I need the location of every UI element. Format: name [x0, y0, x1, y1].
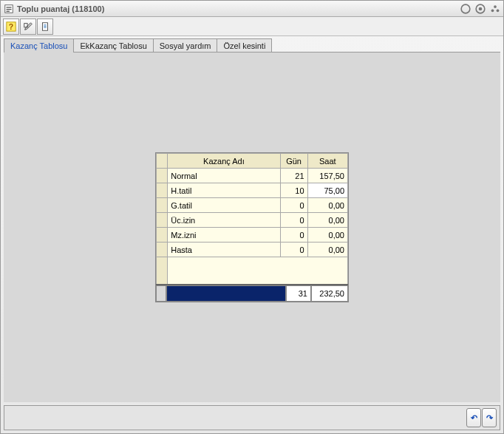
grid-row[interactable]: Hasta00,00: [157, 243, 348, 257]
app-window: Toplu puantaj (118100) ? Kazanç TablosuE…: [0, 0, 504, 434]
row-selector[interactable]: [157, 169, 168, 183]
col-saat-header[interactable]: Saat: [307, 154, 347, 169]
col-name-header[interactable]: Kazanç Adı: [168, 154, 280, 169]
grid-row[interactable]: Üc.izin00,00: [157, 213, 348, 228]
row-selector[interactable]: [157, 213, 168, 228]
totals-selector: [156, 285, 166, 302]
cell-name[interactable]: Mz.izni: [168, 228, 280, 243]
totals-saat: 232,50: [311, 285, 348, 302]
tab-bar: Kazanç TablosuEkKazanç TablosuSosyal yar…: [1, 38, 503, 52]
grid-row[interactable]: Normal21157,50: [157, 169, 348, 183]
svg-point-4: [461, 4, 470, 13]
row-selector[interactable]: [157, 243, 168, 257]
cell-saat[interactable]: 157,50: [307, 169, 347, 183]
cell-name[interactable]: G.tatil: [168, 198, 280, 213]
svg-point-8: [491, 9, 494, 12]
cell-name[interactable]: H.tatil: [168, 183, 280, 198]
cell-saat[interactable]: 0,00: [307, 213, 347, 228]
footer-bar: ↶ ↷: [4, 405, 500, 430]
totals-gun: 31: [286, 285, 311, 302]
grid-row[interactable]: Mz.izni00,00: [157, 228, 348, 243]
tab-content: Kazanç Adı Gün Saat Normal21157,50H.tati…: [4, 52, 500, 402]
tab-0[interactable]: Kazanç Tablosu: [4, 38, 74, 52]
app-icon: [4, 4, 14, 14]
minimize-button[interactable]: [460, 4, 471, 14]
svg-rect-15: [44, 26, 47, 27]
svg-rect-14: [44, 24, 47, 25]
cell-saat[interactable]: 75,00: [307, 183, 347, 198]
help-button[interactable]: ?: [3, 18, 19, 35]
tab-3[interactable]: Özel kesinti: [217, 38, 272, 52]
cell-gun[interactable]: 0: [280, 198, 307, 213]
totals-bar: [166, 285, 286, 302]
cell-name[interactable]: Üc.izin: [168, 213, 280, 228]
grid-row[interactable]: H.tatil1075,00: [157, 183, 348, 198]
row-selector[interactable]: [157, 228, 168, 243]
svg-point-9: [497, 9, 500, 12]
tab-1[interactable]: EkKazanç Tablosu: [73, 38, 153, 52]
cell-name[interactable]: Normal: [168, 169, 280, 183]
cell-saat[interactable]: 0,00: [307, 243, 347, 257]
row-selector[interactable]: [157, 183, 168, 198]
row-selector[interactable]: [157, 198, 168, 213]
svg-rect-2: [7, 9, 12, 10]
maximize-button[interactable]: [475, 4, 486, 14]
earnings-grid: Kazanç Adı Gün Saat Normal21157,50H.tati…: [155, 152, 349, 302]
prev-button[interactable]: ↶: [466, 408, 481, 427]
cell-saat[interactable]: 0,00: [307, 228, 347, 243]
svg-point-6: [479, 7, 483, 10]
totals-row: 31 232,50: [156, 284, 348, 302]
cell-name[interactable]: Hasta: [168, 243, 280, 257]
titlebar: Toplu puantaj (118100): [1, 1, 503, 17]
row-selector-header: [157, 154, 168, 169]
report-button[interactable]: [37, 18, 53, 35]
window-title: Toplu puantaj (118100): [17, 4, 460, 13]
svg-text:?: ?: [9, 21, 13, 30]
col-gun-header[interactable]: Gün: [280, 154, 307, 169]
cell-gun[interactable]: 10: [280, 183, 307, 198]
cell-gun[interactable]: 21: [280, 169, 307, 183]
svg-rect-3: [7, 10, 10, 11]
cell-gun[interactable]: 0: [280, 243, 307, 257]
close-button[interactable]: [490, 4, 500, 14]
grid-row[interactable]: G.tatil00,00: [157, 198, 348, 213]
edit-button[interactable]: [20, 18, 36, 35]
cell-saat[interactable]: 0,00: [307, 198, 347, 213]
grid-filler: [157, 257, 348, 271]
toolbar: ?: [1, 17, 503, 36]
svg-rect-16: [44, 27, 47, 27]
cell-gun[interactable]: 0: [280, 213, 307, 228]
next-button[interactable]: ↷: [482, 408, 497, 427]
svg-point-7: [494, 5, 497, 8]
svg-rect-1: [7, 7, 12, 7]
tab-2[interactable]: Sosyal yardım: [153, 38, 218, 52]
cell-gun[interactable]: 0: [280, 228, 307, 243]
grid-header-row: Kazanç Adı Gün Saat: [157, 154, 348, 169]
